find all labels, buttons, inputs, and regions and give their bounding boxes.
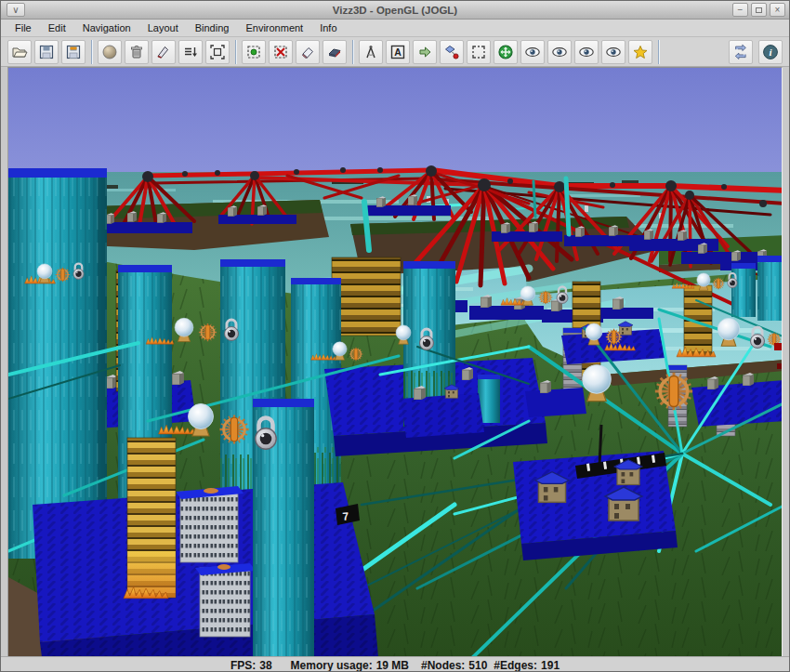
reload-icon — [732, 44, 749, 60]
selection-remove-icon — [272, 44, 289, 60]
node-sphere-button[interactable] — [98, 40, 122, 64]
add-node-icon — [443, 44, 460, 60]
eraser-all-button[interactable] — [323, 40, 347, 64]
visibility-nodes-button[interactable] — [520, 40, 545, 64]
gear-icon — [219, 415, 248, 443]
menu-environment[interactable]: Environment — [237, 20, 311, 35]
text-labels-icon: A — [389, 44, 406, 60]
title-bar: ∨ Vizz3D - OpenGL (JOGL) − × — [1, 1, 789, 20]
save-icon — [38, 44, 55, 60]
measure-button[interactable] — [359, 40, 383, 64]
center-view-icon — [497, 44, 514, 60]
fit-view-button[interactable] — [205, 40, 230, 64]
gear-icon — [606, 329, 622, 345]
nodes-status: #Nodes:510 — [421, 659, 487, 672]
open-button[interactable] — [7, 40, 32, 64]
gold-tower — [124, 438, 176, 599]
window-menu-button[interactable]: ∨ — [7, 3, 25, 17]
sort-layers-icon — [182, 44, 199, 60]
selection-remove-button[interactable] — [269, 40, 293, 64]
eraser-button[interactable] — [296, 40, 320, 64]
menu-edit[interactable]: Edit — [40, 20, 74, 35]
eye-icon — [551, 44, 568, 60]
favorites-button[interactable] — [628, 40, 652, 64]
forward-arrow-icon — [416, 44, 433, 60]
fit-view-icon — [209, 44, 226, 60]
close-button[interactable]: × — [770, 3, 785, 17]
reload-button[interactable] — [729, 40, 753, 64]
edges-status: #Edges:191 — [494, 659, 560, 672]
menu-navigation[interactable]: Navigation — [74, 20, 139, 35]
cut-tool-icon — [155, 44, 172, 60]
center-view-button[interactable] — [494, 40, 518, 64]
marquee-select-icon — [470, 44, 487, 60]
eye-icon — [605, 44, 622, 60]
minimize-button[interactable]: − — [732, 3, 748, 17]
svg-text:A: A — [394, 46, 402, 58]
add-node-button[interactable] — [440, 40, 464, 64]
info-button[interactable]: i — [758, 40, 783, 64]
menu-layout[interactable]: Layout — [139, 20, 187, 35]
window-title: Vizz3D - OpenGL (JOGL) — [1, 5, 789, 16]
open-icon — [11, 44, 28, 60]
measure-icon — [362, 44, 379, 60]
app-window: ∨ Vizz3D - OpenGL (JOGL) − × File Edit N… — [0, 0, 790, 672]
menu-info[interactable]: Info — [311, 20, 345, 35]
gear-icon — [713, 278, 725, 290]
menu-bar: File Edit Navigation Layout Binding Envi… — [1, 20, 789, 37]
gear-icon — [539, 291, 553, 305]
gear-icon — [56, 268, 71, 283]
maximize-button[interactable] — [751, 3, 767, 17]
eraser-icon — [299, 44, 316, 60]
toolbar: A — [1, 37, 789, 67]
toolbar-separator — [91, 40, 93, 64]
save-as-button[interactable] — [61, 40, 86, 64]
viewport-3d-canvas[interactable]: 7 — [7, 67, 783, 656]
gear-icon — [655, 373, 692, 410]
toolbar-separator — [658, 40, 660, 64]
star-icon — [632, 44, 649, 60]
visibility-metrics-button[interactable] — [601, 40, 625, 64]
maximize-icon — [756, 7, 762, 13]
visibility-labels-button[interactable] — [574, 40, 599, 64]
gear-icon — [349, 348, 363, 362]
eraser-all-icon — [326, 44, 343, 60]
fps-status: FPS:38 — [230, 659, 272, 672]
info-icon: i — [762, 44, 779, 60]
node-sphere-icon — [101, 44, 118, 60]
marquee-select-button[interactable] — [467, 40, 491, 64]
delete-button[interactable] — [125, 40, 149, 64]
memory-status: Memory usage:19 MB — [291, 659, 409, 672]
forward-button[interactable] — [413, 40, 437, 64]
save-button[interactable] — [34, 40, 59, 64]
toolbar-separator — [235, 40, 237, 64]
scene-3d: 7 — [8, 68, 783, 656]
selection-add-icon — [245, 44, 262, 60]
sky — [8, 68, 783, 179]
eye-icon — [524, 44, 541, 60]
text-labels-button[interactable]: A — [386, 40, 410, 64]
gear-icon — [199, 323, 217, 341]
cut-tool-button[interactable] — [151, 40, 176, 64]
selection-add-button[interactable] — [242, 40, 266, 64]
sort-layers-button[interactable] — [178, 40, 203, 64]
save-as-icon — [65, 44, 82, 60]
status-bar: FPS:38 Memory usage:19 MB #Nodes:510 #Ed… — [1, 656, 789, 672]
toolbar-separator — [352, 40, 354, 64]
trash-icon — [128, 44, 145, 60]
menu-binding[interactable]: Binding — [187, 20, 238, 35]
eye-icon — [578, 44, 595, 60]
menu-file[interactable]: File — [7, 20, 40, 35]
visibility-edges-button[interactable] — [547, 40, 572, 64]
